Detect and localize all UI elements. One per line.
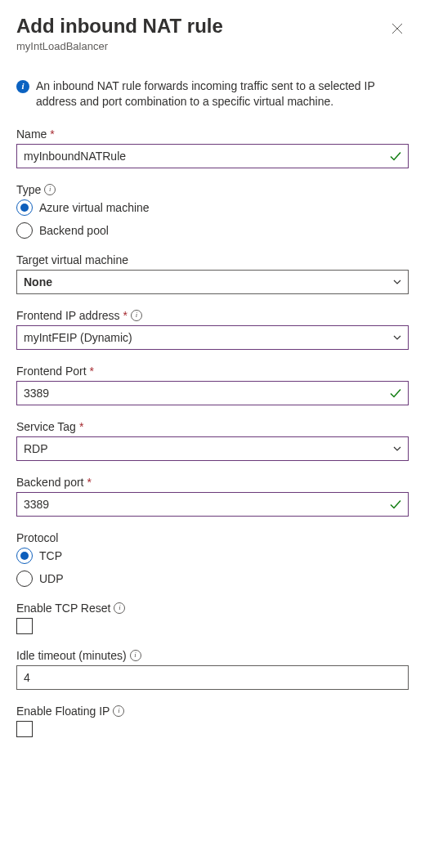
close-icon [391,23,403,37]
idle-timeout-label: Idle timeout (minutes) [16,649,127,662]
radio-label: TCP [39,549,62,562]
required-mark: * [123,309,128,322]
frontend-port-input[interactable] [16,381,409,405]
radio-label: Backend pool [39,224,109,237]
info-banner: i An inbound NAT rule forwards incoming … [16,78,409,110]
radio-label: Azure virtual machine [39,201,150,214]
type-label: Type [16,183,41,196]
tcp-reset-label: Enable TCP Reset [16,602,110,615]
info-icon[interactable]: i [114,602,125,614]
type-radio-avm[interactable]: Azure virtual machine [16,199,409,216]
radio-icon [16,570,33,587]
frontend-ip-value: myIntFEIP (Dynamic) [24,331,132,344]
service-tag-value: RDP [24,442,48,455]
service-tag-label: Service Tag [16,420,76,433]
close-button[interactable] [386,18,409,41]
required-mark: * [90,365,94,378]
target-vm-select[interactable]: None [16,270,409,294]
frontend-ip-select[interactable]: myIntFEIP (Dynamic) [16,325,409,350]
target-vm-label: Target virtual machine [16,253,128,266]
info-icon[interactable]: i [130,650,141,661]
floating-ip-checkbox[interactable] [16,721,33,737]
required-mark: * [50,128,54,141]
page-title: Add inbound NAT rule [16,15,386,38]
radio-label: UDP [39,572,64,585]
resource-subtitle: myIntLoadBalancer [16,40,386,52]
frontend-port-label: Frontend Port [16,365,87,378]
target-vm-value: None [24,275,52,289]
tcp-reset-checkbox[interactable] [16,618,33,634]
info-text: An inbound NAT rule forwards incoming tr… [36,78,409,110]
info-icon[interactable]: i [113,705,124,717]
backend-port-input[interactable] [16,492,409,517]
floating-ip-label: Enable Floating IP [16,705,110,718]
service-tag-select[interactable]: RDP [16,436,409,461]
type-radio-backend-pool[interactable]: Backend pool [16,222,409,239]
info-icon[interactable]: i [44,184,56,195]
idle-timeout-input[interactable] [16,665,409,690]
frontend-ip-label: Frontend IP address [16,309,120,322]
protocol-label: Protocol [16,531,58,544]
radio-icon [16,222,33,239]
name-label: Name [16,128,47,141]
radio-icon [16,199,33,216]
radio-icon [16,548,33,564]
protocol-radio-udp[interactable]: UDP [16,570,409,587]
protocol-radio-tcp[interactable]: TCP [16,548,409,564]
info-icon: i [16,80,29,93]
info-icon[interactable]: i [131,310,142,321]
backend-port-label: Backend port [16,476,84,489]
required-mark: * [87,476,92,489]
name-input[interactable] [16,144,409,168]
required-mark: * [79,420,83,433]
